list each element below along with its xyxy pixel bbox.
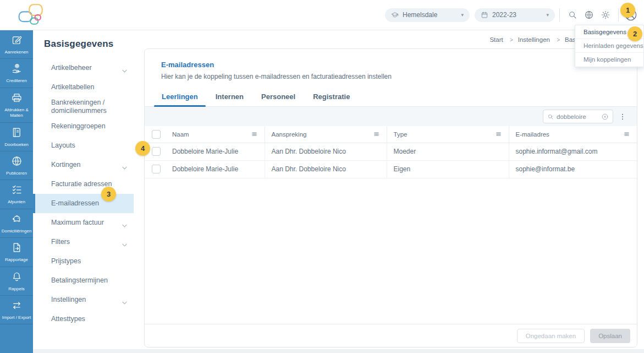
column-menu-icon[interactable] <box>251 131 258 138</box>
nav-item-label: Attesttypes <box>51 315 85 323</box>
column-header-label: Naam <box>172 131 189 138</box>
more-options-icon[interactable] <box>618 112 627 121</box>
nav-item-artikelbeheer[interactable]: Artikelbeheer <box>33 58 134 78</box>
panel-footer: Ongedaan maken Opslaan <box>145 324 637 347</box>
nav-item-layouts[interactable]: Layouts <box>33 136 134 155</box>
nav-item-label: Instellingen <box>51 296 86 304</box>
cell-aanspreking: Aan Dhr. Dobbeloire Nico <box>265 160 387 178</box>
panel-head: E-mailadressen Hier kan je de koppeling … <box>145 49 637 80</box>
cell-type: Moeder <box>387 143 509 160</box>
chevron-down-icon <box>122 67 127 70</box>
nav-item-label: Artikeltabellen <box>51 83 95 91</box>
table-body: Dobbeloire Marie-Julie Aan Dhr. Dobbeloi… <box>145 143 637 178</box>
breadcrumb-link-instellingen[interactable]: Instellingen <box>518 36 550 43</box>
bell-icon <box>11 271 23 286</box>
nav-item-facturatie-adressen[interactable]: Facturatie adressen <box>33 175 134 194</box>
row-checkbox[interactable] <box>152 165 161 173</box>
save-button[interactable]: Opslaan <box>590 329 630 343</box>
nav-item-label: Prijstypes <box>51 257 81 265</box>
nav-item-kortingen[interactable]: Kortingen <box>33 155 134 175</box>
secondary-sidebar: Basisgegevens Artikelbeheer Artikeltabel… <box>33 30 144 353</box>
column-header-naam: Naam <box>166 126 265 143</box>
column-header-e-mailadres: E-mailadres <box>509 126 637 143</box>
chevron-down-icon <box>122 164 127 167</box>
table-row[interactable]: Dobbeloire Marie-Julie Aan Dhr. Dobbeloi… <box>145 143 637 160</box>
language-globe-icon[interactable] <box>584 10 594 20</box>
chevron-down-icon: ▾ <box>461 12 464 18</box>
sidebar-item-afdrukken-mailen[interactable]: Afdrukken & Mailen <box>0 88 33 123</box>
row-checkbox[interactable] <box>152 147 161 156</box>
nav-item-label: Rekeninggroepen <box>51 122 106 131</box>
tab-personeel[interactable]: Personeel <box>252 86 304 106</box>
column-menu-icon[interactable] <box>623 131 630 138</box>
nav-item-instellingen[interactable]: Instellingen <box>33 290 134 309</box>
panel-title: E-mailadressen <box>161 61 620 69</box>
nav-item-label: Layouts <box>51 142 75 150</box>
menu-item-mijn-koppelingen[interactable]: Mijn koppelingen <box>575 53 643 67</box>
app-logo[interactable] <box>16 3 47 27</box>
nav-item-bankrekeningen-domicilienummers[interactable]: Bankrekeningen / domicilienummers <box>33 97 134 117</box>
sidebar-item-doorboeken[interactable]: Doorboeken <box>0 123 33 151</box>
cell-emailadres: sophie@informat.be <box>509 160 637 178</box>
sidebar-item-label: Publiceren <box>6 171 27 176</box>
sidebar-item-label: Rappels <box>8 286 24 292</box>
nav-item-rekeninggroepen[interactable]: Rekeninggroepen <box>33 117 134 136</box>
sidebar-item-aanrekenen[interactable]: Aanrekenen <box>0 30 33 59</box>
sidenav-list: Artikelbeheer Artikeltabellen Bankrekeni… <box>33 58 144 329</box>
nav-item-label: Facturatie adressen <box>51 180 112 188</box>
sidebar-item-rapportage[interactable]: Rapportage <box>0 238 33 267</box>
book-icon <box>11 127 23 142</box>
sidebar-item-publiceren[interactable]: Publiceren <box>0 151 33 180</box>
search-icon[interactable] <box>568 10 577 20</box>
globe-icon <box>11 155 23 171</box>
column-menu-icon[interactable] <box>495 131 502 138</box>
settings-gear-icon[interactable] <box>601 10 610 20</box>
tab-leerlingen[interactable]: Leerlingen <box>153 86 207 106</box>
column-header-type: Type <box>387 126 509 143</box>
sidebar-item-label: Crediteren <box>6 78 26 84</box>
table-toolbar <box>145 107 637 126</box>
sidebar-item-domicili-ringen[interactable]: Domiciliëringen <box>0 209 33 238</box>
checklist-icon <box>11 184 23 199</box>
clear-search-icon[interactable] <box>601 113 609 121</box>
email-addresses-panel: E-mailadressen Hier kan je de koppeling … <box>144 48 637 347</box>
tab-registratie[interactable]: Registratie <box>304 86 359 106</box>
nav-item-attesttypes[interactable]: Attesttypes <box>33 309 134 329</box>
transfer-arrows-icon <box>11 300 23 315</box>
piggy-bank-icon <box>11 213 23 229</box>
nav-item-betalingstermijnen[interactable]: Betalingstermijnen <box>33 271 134 290</box>
nav-item-maximum-factuur[interactable]: Maximum factuur <box>33 213 134 232</box>
nav-item-e-mailadressen[interactable]: E-mailadressen <box>33 194 134 213</box>
annotation-badge-4: 4 <box>135 141 150 156</box>
sidebar-item-afpunten[interactable]: Afpunten <box>0 180 33 209</box>
table-row[interactable]: Dobbeloire Marie-Julie Aan Dhr. Dobbeloi… <box>145 160 637 178</box>
schoolyear-selector-value: 2022-23 <box>492 11 516 19</box>
report-icon <box>11 242 23 257</box>
calendar-icon <box>481 11 488 19</box>
nav-item-prijstypes[interactable]: Prijstypes <box>33 252 134 271</box>
school-selector[interactable]: Hemelsdale ▾ <box>385 8 470 22</box>
nav-item-artikeltabellen[interactable]: Artikeltabellen <box>33 78 134 97</box>
sidebar-item-crediteren[interactable]: Crediteren <box>0 59 33 88</box>
cell-aanspreking: Aan Dhr. Dobbeloire Nico <box>265 143 387 160</box>
sidebar-item-import-export[interactable]: Import / Export <box>0 296 33 324</box>
undo-button[interactable]: Ongedaan maken <box>517 329 585 343</box>
breadcrumb-link-start[interactable]: Start <box>489 36 503 43</box>
search-box <box>543 110 613 123</box>
tab-bar: Leerlingen Internen Personeel Registrati… <box>145 86 637 107</box>
chevron-down-icon <box>122 221 127 225</box>
annotation-badge-3: 3 <box>101 187 116 202</box>
nav-item-filters[interactable]: Filters <box>33 232 134 252</box>
schoolyear-selector[interactable]: 2022-23 ▾ <box>475 8 555 22</box>
column-header-label: Type <box>394 131 408 138</box>
email-table: Naam Aanspreking <box>145 126 637 178</box>
search-input[interactable] <box>557 113 598 120</box>
column-menu-icon[interactable] <box>373 131 380 138</box>
column-header-aanspreking: Aanspreking <box>265 126 387 143</box>
tab-internen[interactable]: Internen <box>207 86 252 106</box>
sidebar-item-label: Domiciliëringen <box>2 229 32 234</box>
select-all-checkbox[interactable] <box>152 130 161 139</box>
topbar: Hemelsdale ▾ 2022-23 ▾ <box>0 0 644 30</box>
sidebar-item-rappels[interactable]: Rappels <box>0 267 33 296</box>
cell-naam: Dobbeloire Marie-Julie <box>166 160 265 178</box>
